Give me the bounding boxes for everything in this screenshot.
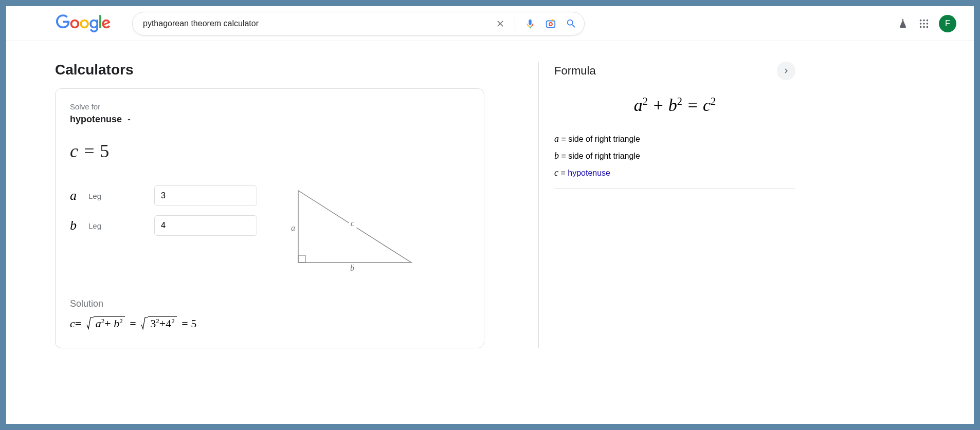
solution-equation: c = a2+ b2 = 32+42: [70, 316, 469, 330]
input-row-a: a Leg: [70, 185, 257, 206]
svg-point-9: [920, 26, 922, 28]
var-b-label: Leg: [88, 221, 145, 230]
calculator-card: Solve for hypotenuse c = 5 a Leg: [55, 88, 484, 348]
account-avatar[interactable]: F: [939, 15, 956, 32]
header: F: [6, 6, 974, 41]
clear-icon[interactable]: [495, 18, 505, 29]
hypotenuse-link[interactable]: hypotenuse: [568, 169, 610, 177]
svg-point-8: [927, 23, 929, 25]
divider: [515, 17, 515, 30]
labs-icon[interactable]: [897, 17, 909, 30]
legend-c: c = hypotenuse: [554, 167, 795, 178]
divider: [554, 189, 795, 189]
svg-point-5: [927, 19, 929, 21]
svg-text:b: b: [350, 264, 354, 272]
search-input[interactable]: [143, 19, 495, 28]
var-a-label: Leg: [88, 192, 145, 200]
svg-point-11: [927, 26, 929, 28]
solution-label: Solution: [70, 298, 469, 309]
apps-icon[interactable]: [918, 18, 930, 29]
chevron-down-icon: [126, 117, 132, 123]
formula-more-button[interactable]: [777, 62, 795, 80]
var-a: a: [70, 188, 79, 203]
triangle-diagram: a b c b c: [288, 185, 422, 273]
svg-point-4: [923, 19, 925, 21]
legend-b: b = side of right triangle: [554, 151, 795, 161]
search-icon[interactable]: [566, 18, 577, 29]
google-logo[interactable]: [55, 14, 112, 33]
svg-rect-2: [552, 19, 554, 21]
formula-title: Formula: [554, 64, 596, 78]
svg-point-6: [920, 23, 922, 25]
input-b[interactable]: [154, 215, 257, 236]
input-row-b: b Leg: [70, 215, 257, 236]
formula-equation: a2 + b2 = c2: [554, 96, 795, 115]
var-b: b: [70, 218, 79, 233]
voice-search-icon[interactable]: [524, 18, 536, 29]
result-equation: c = 5: [70, 140, 469, 162]
svg-point-10: [923, 26, 925, 28]
svg-point-3: [920, 19, 922, 21]
chevron-right-icon: [782, 66, 791, 76]
svg-rect-13: [298, 255, 305, 263]
svg-point-1: [549, 22, 552, 25]
input-a[interactable]: [154, 185, 257, 206]
svg-rect-0: [547, 21, 555, 27]
solve-for-value: hypotenuse: [70, 114, 122, 125]
legend-a: a = side of right triangle: [554, 134, 795, 144]
svg-point-7: [923, 23, 925, 25]
calculators-title: Calculators: [55, 62, 523, 78]
search-bar: [132, 12, 585, 35]
solve-for-select[interactable]: hypotenuse: [70, 114, 469, 125]
svg-text:c: c: [351, 219, 354, 228]
image-search-icon[interactable]: [545, 18, 556, 29]
solve-for-label: Solve for: [70, 102, 469, 111]
svg-text:a: a: [291, 223, 295, 232]
